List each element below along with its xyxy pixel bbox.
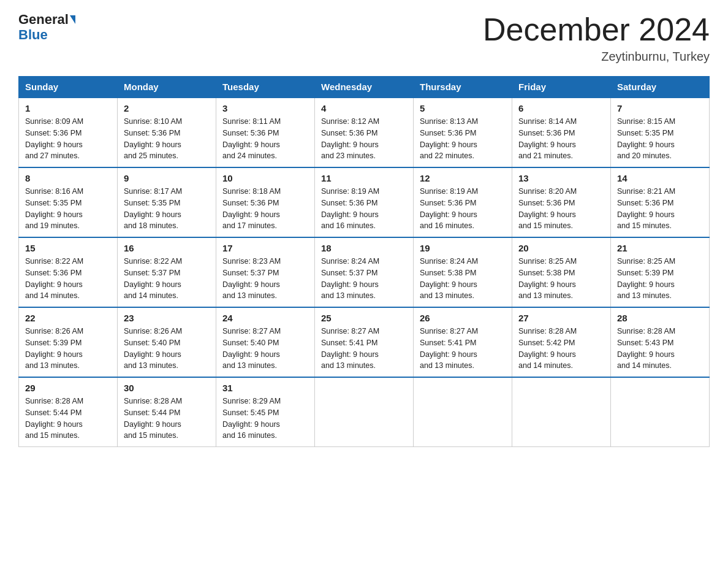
day-info: Sunrise: 8:17 AMSunset: 5:35 PMDaylight:… (124, 186, 210, 232)
title-block: December 2024 Zeytinburnu, Turkey (483, 12, 710, 64)
calendar-cell: 2Sunrise: 8:10 AMSunset: 5:36 PMDaylight… (118, 98, 216, 167)
day-number: 9 (124, 173, 210, 183)
day-number: 8 (25, 173, 111, 183)
day-info: Sunrise: 8:12 AMSunset: 5:36 PMDaylight:… (321, 116, 407, 162)
day-number: 22 (25, 313, 111, 323)
calendar-cell: 29Sunrise: 8:28 AMSunset: 5:44 PMDayligh… (19, 377, 118, 447)
day-number: 21 (617, 243, 703, 253)
calendar-cell: 6Sunrise: 8:14 AMSunset: 5:36 PMDaylight… (512, 98, 611, 167)
day-info: Sunrise: 8:27 AMSunset: 5:41 PMDaylight:… (420, 326, 506, 372)
day-info: Sunrise: 8:18 AMSunset: 5:36 PMDaylight:… (222, 186, 308, 232)
day-info: Sunrise: 8:20 AMSunset: 5:36 PMDaylight:… (518, 186, 604, 232)
day-number: 13 (518, 173, 604, 183)
calendar-cell (512, 377, 611, 447)
day-number: 26 (420, 313, 506, 323)
calendar-cell: 19Sunrise: 8:24 AMSunset: 5:38 PMDayligh… (414, 237, 512, 307)
calendar-cell: 14Sunrise: 8:21 AMSunset: 5:36 PMDayligh… (611, 167, 710, 237)
logo-triangle-icon (70, 15, 75, 24)
day-number: 15 (25, 243, 111, 253)
day-number: 10 (222, 173, 308, 183)
calendar-cell: 11Sunrise: 8:19 AMSunset: 5:36 PMDayligh… (315, 167, 414, 237)
day-info: Sunrise: 8:26 AMSunset: 5:39 PMDaylight:… (25, 326, 111, 372)
calendar-cell: 4Sunrise: 8:12 AMSunset: 5:36 PMDaylight… (315, 98, 414, 167)
day-info: Sunrise: 8:21 AMSunset: 5:36 PMDaylight:… (617, 186, 703, 232)
week-row-2: 8Sunrise: 8:16 AMSunset: 5:35 PMDaylight… (19, 167, 710, 237)
day-info: Sunrise: 8:28 AMSunset: 5:44 PMDaylight:… (25, 396, 111, 442)
day-info: Sunrise: 8:19 AMSunset: 5:36 PMDaylight:… (321, 186, 407, 232)
calendar-table: SundayMondayTuesdayWednesdayThursdayFrid… (18, 76, 710, 447)
calendar-cell: 23Sunrise: 8:26 AMSunset: 5:40 PMDayligh… (118, 307, 216, 377)
calendar-cell: 17Sunrise: 8:23 AMSunset: 5:37 PMDayligh… (216, 237, 315, 307)
day-info: Sunrise: 8:29 AMSunset: 5:45 PMDaylight:… (222, 396, 308, 442)
calendar-cell: 31Sunrise: 8:29 AMSunset: 5:45 PMDayligh… (216, 377, 315, 447)
day-number: 16 (124, 243, 210, 253)
calendar-cell: 21Sunrise: 8:25 AMSunset: 5:39 PMDayligh… (611, 237, 710, 307)
calendar-cell: 16Sunrise: 8:22 AMSunset: 5:37 PMDayligh… (118, 237, 216, 307)
logo-blue: Blue (18, 27, 48, 43)
week-row-3: 15Sunrise: 8:22 AMSunset: 5:36 PMDayligh… (19, 237, 710, 307)
day-number: 30 (124, 383, 210, 393)
day-number: 2 (124, 103, 210, 113)
day-number: 3 (222, 103, 308, 113)
calendar-cell (414, 377, 512, 447)
calendar-cell: 30Sunrise: 8:28 AMSunset: 5:44 PMDayligh… (118, 377, 216, 447)
column-header-friday: Friday (512, 77, 611, 98)
day-number: 27 (518, 313, 604, 323)
day-number: 29 (25, 383, 111, 393)
day-info: Sunrise: 8:11 AMSunset: 5:36 PMDaylight:… (222, 116, 308, 162)
day-info: Sunrise: 8:25 AMSunset: 5:38 PMDaylight:… (518, 256, 604, 302)
calendar-cell: 9Sunrise: 8:17 AMSunset: 5:35 PMDaylight… (118, 167, 216, 237)
day-info: Sunrise: 8:28 AMSunset: 5:42 PMDaylight:… (518, 326, 604, 372)
calendar-cell: 26Sunrise: 8:27 AMSunset: 5:41 PMDayligh… (414, 307, 512, 377)
calendar-cell: 5Sunrise: 8:13 AMSunset: 5:36 PMDaylight… (414, 98, 512, 167)
day-info: Sunrise: 8:15 AMSunset: 5:35 PMDaylight:… (617, 116, 703, 162)
day-number: 5 (420, 103, 506, 113)
day-number: 14 (617, 173, 703, 183)
location-title: Zeytinburnu, Turkey (483, 50, 710, 64)
day-number: 23 (124, 313, 210, 323)
calendar-cell: 1Sunrise: 8:09 AMSunset: 5:36 PMDaylight… (19, 98, 118, 167)
calendar-cell: 15Sunrise: 8:22 AMSunset: 5:36 PMDayligh… (19, 237, 118, 307)
calendar-cell (315, 377, 414, 447)
day-info: Sunrise: 8:26 AMSunset: 5:40 PMDaylight:… (124, 326, 210, 372)
day-number: 1 (25, 103, 111, 113)
calendar-cell: 25Sunrise: 8:27 AMSunset: 5:41 PMDayligh… (315, 307, 414, 377)
calendar-cell: 22Sunrise: 8:26 AMSunset: 5:39 PMDayligh… (19, 307, 118, 377)
day-info: Sunrise: 8:16 AMSunset: 5:35 PMDaylight:… (25, 186, 111, 232)
day-info: Sunrise: 8:28 AMSunset: 5:43 PMDaylight:… (617, 326, 703, 372)
logo: General Blue (18, 12, 75, 43)
week-row-1: 1Sunrise: 8:09 AMSunset: 5:36 PMDaylight… (19, 98, 710, 167)
day-number: 20 (518, 243, 604, 253)
day-number: 31 (222, 383, 308, 393)
day-info: Sunrise: 8:13 AMSunset: 5:36 PMDaylight:… (420, 116, 506, 162)
day-number: 24 (222, 313, 308, 323)
calendar-cell: 12Sunrise: 8:19 AMSunset: 5:36 PMDayligh… (414, 167, 512, 237)
week-row-5: 29Sunrise: 8:28 AMSunset: 5:44 PMDayligh… (19, 377, 710, 447)
day-info: Sunrise: 8:27 AMSunset: 5:40 PMDaylight:… (222, 326, 308, 372)
day-number: 12 (420, 173, 506, 183)
day-number: 25 (321, 313, 407, 323)
day-number: 28 (617, 313, 703, 323)
logo-general: General (18, 12, 69, 27)
day-number: 18 (321, 243, 407, 253)
day-info: Sunrise: 8:25 AMSunset: 5:39 PMDaylight:… (617, 256, 703, 302)
day-info: Sunrise: 8:23 AMSunset: 5:37 PMDaylight:… (222, 256, 308, 302)
column-header-wednesday: Wednesday (315, 77, 414, 98)
calendar-cell: 18Sunrise: 8:24 AMSunset: 5:37 PMDayligh… (315, 237, 414, 307)
calendar-cell: 13Sunrise: 8:20 AMSunset: 5:36 PMDayligh… (512, 167, 611, 237)
day-info: Sunrise: 8:22 AMSunset: 5:36 PMDaylight:… (25, 256, 111, 302)
calendar-cell: 10Sunrise: 8:18 AMSunset: 5:36 PMDayligh… (216, 167, 315, 237)
day-info: Sunrise: 8:10 AMSunset: 5:36 PMDaylight:… (124, 116, 210, 162)
week-row-4: 22Sunrise: 8:26 AMSunset: 5:39 PMDayligh… (19, 307, 710, 377)
calendar-cell: 20Sunrise: 8:25 AMSunset: 5:38 PMDayligh… (512, 237, 611, 307)
day-number: 6 (518, 103, 604, 113)
day-info: Sunrise: 8:28 AMSunset: 5:44 PMDaylight:… (124, 396, 210, 442)
day-number: 19 (420, 243, 506, 253)
day-info: Sunrise: 8:27 AMSunset: 5:41 PMDaylight:… (321, 326, 407, 372)
calendar-cell (611, 377, 710, 447)
page-header: General Blue December 2024 Zeytinburnu, … (18, 12, 710, 64)
day-number: 7 (617, 103, 703, 113)
column-header-tuesday: Tuesday (216, 77, 315, 98)
calendar-cell: 28Sunrise: 8:28 AMSunset: 5:43 PMDayligh… (611, 307, 710, 377)
calendar-cell: 3Sunrise: 8:11 AMSunset: 5:36 PMDaylight… (216, 98, 315, 167)
